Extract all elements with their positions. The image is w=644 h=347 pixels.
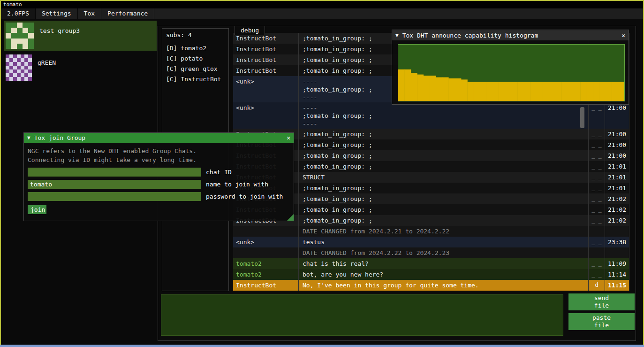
sidebar-item-green[interactable]: gREEN (4, 53, 157, 83)
menu-performance[interactable]: Performance (101, 8, 154, 19)
join-button[interactable]: join (28, 205, 46, 214)
join-name-input[interactable] (28, 180, 201, 189)
group-avatar-icon (6, 23, 34, 49)
paste-file-label-line1: paste (592, 314, 611, 322)
message-text: ;tomato_in_group: ; (299, 161, 589, 172)
timestamp: 11:14 (605, 269, 629, 280)
read-marker: _ _ (589, 150, 605, 161)
read-marker: _ _ (589, 193, 605, 204)
join-password-input[interactable] (28, 192, 201, 201)
sender-name: tomato2 (233, 258, 299, 269)
histogram-plot (398, 44, 625, 101)
read-marker: _ _ (589, 161, 605, 172)
join-info-line1: NGC refers to the New DHT enabled Group … (28, 147, 290, 155)
sidebar-item-test-group3[interactable]: test_group3 (4, 21, 157, 51)
join-info-line2: Connecting via ID might take a very long… (28, 155, 290, 164)
group-avatar-icon (6, 54, 32, 81)
read-marker: d (589, 280, 605, 291)
message-text: ----;tomato_in_group: ;---- (299, 102, 589, 129)
send-file-button[interactable]: send file (568, 293, 635, 310)
join-name-label: name to join with (206, 181, 268, 188)
chat-row[interactable]: tomato2bot, are you new here?_ _11:14 (233, 269, 629, 280)
join-password-label: password to join with (206, 193, 283, 200)
chat-row[interactable]: tomato2chat is this real?_ _11:09 (233, 258, 629, 269)
chat-row[interactable]: DATE CHANGED from 2024.2.21 to 2024.2.22 (233, 226, 629, 237)
read-marker (589, 247, 605, 258)
read-marker: _ _ (589, 258, 605, 269)
read-marker (589, 226, 605, 237)
join-group-window-titlebar[interactable]: ▼ Tox join Group ✕ (24, 133, 294, 143)
app-window: tomato 2.0FPS Settings Tox Performance t… (0, 0, 644, 347)
chat-id-label: chat ID (206, 169, 232, 176)
collapse-icon[interactable]: ▼ (395, 32, 399, 39)
read-marker: _ _ (589, 139, 605, 150)
menu-tox[interactable]: Tox (78, 8, 101, 19)
sender-name: InstructBot (233, 280, 299, 291)
timestamp: 21:01 (605, 172, 629, 183)
chat-row[interactable]: DATE CHANGED from 2024.2.22 to 2024.2.23 (233, 247, 629, 258)
paste-file-label-line2: file (594, 322, 609, 329)
chat-scrollbar-thumb[interactable] (580, 107, 584, 128)
chat-row[interactable]: InstructBotNo, I've been in this group f… (233, 280, 629, 291)
message-text: ;tomato_in_group: ; (299, 204, 589, 215)
read-marker: _ _ (589, 269, 605, 280)
group-name: gREEN (38, 59, 56, 66)
subs-member[interactable]: [C] potato (162, 54, 228, 64)
histogram-window: ▼ Tox DHT announce capability histogram … (392, 30, 629, 105)
join-group-window: ▼ Tox join Group ✕ NGC refers to the New… (23, 132, 294, 221)
subs-member[interactable]: [C] green_qtox (162, 64, 228, 74)
fps-counter: 2.0FPS (1, 8, 36, 19)
timestamp: 21:00 (605, 129, 629, 139)
message-text: testus (299, 237, 589, 247)
tab-debug[interactable]: debug (235, 26, 265, 35)
close-icon[interactable]: ✕ (621, 32, 625, 39)
chat-id-input[interactable] (28, 168, 201, 177)
chat-row[interactable]: <unk>----;tomato_in_group: ;----_ _21:00 (233, 102, 629, 129)
message-input[interactable] (161, 294, 563, 336)
join-group-window-title: Tox join Group (34, 134, 86, 141)
message-text: ;tomato_in_group: ; (299, 139, 589, 150)
timestamp: 21:02 (605, 215, 629, 226)
collapse-icon[interactable]: ▼ (27, 135, 30, 141)
sender-name (233, 226, 299, 237)
read-marker: _ _ (589, 237, 605, 247)
message-text: No, I've been in this group for quite so… (299, 280, 589, 291)
timestamp: 21:00 (605, 150, 629, 161)
sender-name: InstructBot (233, 65, 299, 76)
window-resize-grip[interactable] (287, 214, 294, 221)
bottom-resize-strip (0, 345, 644, 347)
timestamp (605, 247, 629, 258)
histogram-window-body (392, 40, 629, 104)
window-titlebar[interactable]: tomato (1, 1, 643, 8)
subs-member[interactable]: [D] tomato2 (162, 43, 228, 54)
chat-row[interactable]: <unk>testus_ _23:38 (233, 237, 629, 247)
sender-name: <unk> (233, 76, 299, 102)
close-icon[interactable]: ✕ (287, 134, 290, 141)
read-marker: _ _ (589, 102, 605, 129)
join-group-window-body: NGC refers to the New DHT enabled Group … (24, 143, 294, 221)
paste-file-button[interactable]: paste file (568, 313, 635, 330)
timestamp: 21:01 (605, 161, 629, 172)
subs-member[interactable]: [C] InstructBot (162, 74, 228, 85)
group-name: test_group3 (39, 27, 80, 34)
message-text: ;tomato_in_group: ; (299, 193, 589, 204)
menubar: 2.0FPS Settings Tox Performance (1, 8, 643, 19)
read-marker: _ _ (589, 129, 605, 139)
timestamp: 23:38 (605, 237, 629, 247)
message-text: ;tomato_in_group: ; (299, 129, 589, 139)
menu-settings[interactable]: Settings (36, 8, 78, 19)
message-text: bot, are you new here? (299, 269, 589, 280)
timestamp: 21:00 (605, 139, 629, 150)
timestamp: 21:00 (605, 102, 629, 129)
timestamp: 21:02 (605, 204, 629, 215)
message-text: DATE CHANGED from 2024.2.22 to 2024.2.23 (299, 247, 589, 258)
sender-name: InstructBot (233, 44, 299, 54)
timestamp: 11:15 (605, 280, 629, 291)
message-text: ;tomato_in_group: ; (299, 215, 589, 226)
histogram-window-titlebar[interactable]: ▼ Tox DHT announce capability histogram … (392, 30, 629, 40)
message-text: chat is this real? (299, 258, 589, 269)
histogram-bars (398, 45, 624, 101)
message-text: DATE CHANGED from 2024.2.21 to 2024.2.22 (299, 226, 589, 237)
sender-name: <unk> (233, 102, 299, 129)
read-marker: _ _ (589, 204, 605, 215)
